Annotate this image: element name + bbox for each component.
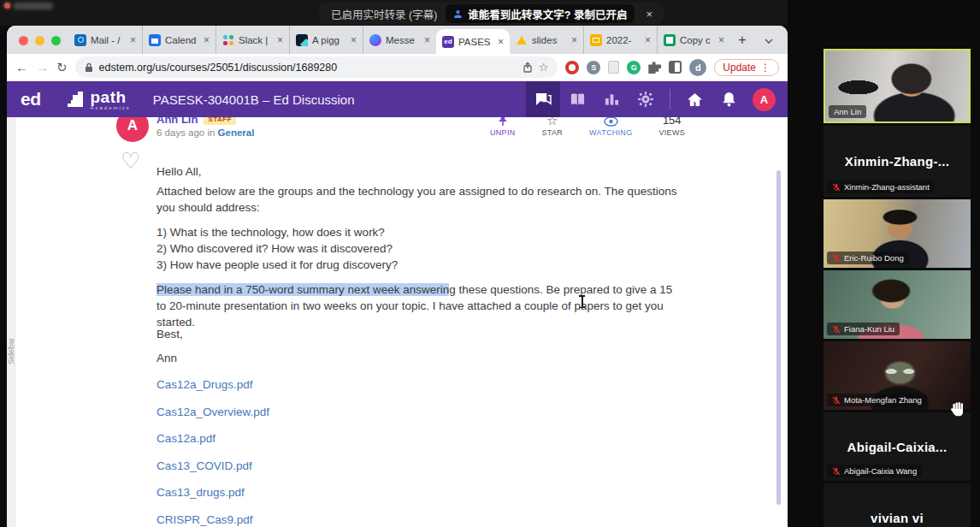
minimize-window-button[interactable] (35, 36, 44, 45)
close-icon[interactable]: × (498, 36, 504, 48)
participant-tile-mota[interactable]: Mota-Mengfan Zhang (824, 341, 971, 410)
tab-a-pigg[interactable]: A pigg × (289, 26, 363, 54)
like-heart-icon[interactable]: ♡ (121, 150, 140, 172)
participant-strip: Ann Lin Xinmin-Zhang-... Xinmin-Zhang-as… (788, 0, 980, 527)
participant-tile-vivian[interactable]: vivian vi (824, 483, 971, 527)
lessons-book-icon[interactable] (560, 81, 594, 117)
zoom-menu-text (14, 3, 53, 9)
participant-tile-xinmin[interactable]: Xinmin-Zhang-... Xinmin-Zhang-assistant (824, 126, 971, 197)
collapsed-sidebar[interactable]: Sidebar (7, 117, 15, 527)
home-icon[interactable] (677, 81, 711, 117)
grammarly-icon[interactable]: G (627, 61, 641, 74)
tab-mail[interactable]: Mail - / × (68, 26, 142, 54)
address-bar[interactable]: edstem.org/us/courses/25051/discussion/1… (75, 56, 558, 78)
tab-2022[interactable]: 2022- × (583, 26, 657, 54)
messenger-icon (369, 34, 381, 46)
tab-search-chevron-icon[interactable] (764, 33, 774, 48)
analytics-chart-icon[interactable] (594, 81, 629, 117)
discussion-icon[interactable] (526, 81, 560, 117)
participant-tile-eric[interactable]: Eric-Ruibo Dong (824, 199, 971, 268)
attachment-link[interactable]: Cas13_drugs.pdf (156, 484, 680, 500)
close-window-button[interactable] (19, 36, 28, 45)
notifications-bell-icon[interactable] (711, 81, 746, 117)
post-meta: 6 days ago in General (156, 127, 254, 138)
profile-avatar[interactable]: d (689, 59, 706, 76)
tab-copy-sheet[interactable]: Copy c × (657, 26, 730, 54)
name-label: Abigail-Caixia Wang (827, 465, 922, 477)
participant-tile-abigail[interactable]: Abigail-Caixia... Abigail-Caixia Wang (824, 412, 971, 481)
muted-mic-icon (832, 325, 841, 334)
question-list: 1) What is the technology, how does it w… (156, 224, 680, 273)
bookmark-star-icon[interactable]: ☆ (539, 61, 549, 74)
divider (670, 89, 670, 110)
discussion-post: Sidebar A Ann Lin STAFF 6 days ago in Ge… (7, 117, 788, 527)
greeting-text: Hello All, (156, 163, 680, 180)
name-label: Ann Lin (829, 105, 866, 118)
close-icon[interactable]: × (424, 34, 430, 46)
close-icon[interactable]: × (643, 8, 655, 21)
category-link[interactable]: General (218, 127, 255, 138)
ed-logo[interactable]: ed (21, 89, 41, 110)
attachment-link[interactable]: Cas12a.pdf (156, 430, 680, 447)
course-title: PASESK-304001B – Ed Discussion (153, 92, 355, 107)
closing-text: Best, (156, 326, 680, 342)
back-icon[interactable]: ← (15, 61, 28, 74)
close-icon[interactable]: × (645, 34, 651, 46)
attachment-link[interactable]: Cas13_COVID.pdf (156, 458, 680, 474)
new-tab-button[interactable]: + (730, 26, 754, 54)
close-icon[interactable]: × (130, 34, 136, 46)
tab-slack[interactable]: Slack | × (215, 26, 289, 54)
attachment-links: Cas12a_Drugs.pdf Cas12a_Overview.pdf Cas… (156, 376, 680, 527)
site-icon (296, 34, 308, 46)
path-academics-logo[interactable]: path Academics (65, 89, 131, 110)
selected-text: Please hand in a 750-word summary next w… (156, 283, 449, 296)
close-icon[interactable]: × (204, 34, 210, 46)
participant-tile-fiana[interactable]: Fiana-Kun Liu (824, 270, 971, 339)
name-label: Mota-Mengfan Zhang (827, 394, 927, 406)
participant-tile-ann-lin[interactable]: Ann Lin (824, 49, 971, 123)
caption-message-text: 谁能看到此转录文字? 录制已开启 (468, 6, 627, 22)
calendar-icon (149, 34, 161, 46)
close-icon[interactable]: × (351, 34, 357, 46)
zoom-window-button[interactable] (51, 36, 61, 45)
name-label: Xinmin-Zhang-assistant (827, 181, 935, 193)
window-controls[interactable] (19, 36, 61, 45)
close-icon[interactable]: × (718, 34, 724, 46)
person-icon (453, 9, 463, 19)
tab-calendar[interactable]: Calend × (142, 26, 215, 54)
update-button[interactable]: Update ⋮ (714, 59, 779, 76)
sidebar-label: Sidebar (7, 338, 15, 364)
extension-halftone-icon[interactable] (669, 61, 682, 74)
close-icon[interactable]: × (571, 34, 577, 46)
user-avatar[interactable]: A (753, 88, 776, 111)
attachment-link[interactable]: Cas12a_Overview.pdf (156, 404, 680, 420)
tab-ed-discussion-active[interactable]: ed PASES × (436, 29, 510, 54)
intro-text: Attached below are the groups and the te… (156, 183, 680, 216)
recording-indicator-icon (4, 3, 10, 9)
instructions-paragraph: Please hand in a 750-word summary next w… (156, 281, 680, 330)
extension-page-icon[interactable] (608, 61, 619, 74)
raised-hand-icon (950, 400, 966, 420)
attachment-link[interactable]: CRISPR_Cas9.pdf (156, 512, 680, 527)
stairs-icon (65, 89, 86, 110)
google-drive-icon (516, 34, 528, 46)
forward-icon[interactable]: → (36, 61, 49, 74)
ed-nav-icons: A (526, 81, 788, 117)
extensions-puzzle-icon[interactable] (648, 61, 661, 74)
share-icon[interactable] (522, 62, 533, 74)
close-icon[interactable]: × (277, 34, 283, 46)
menu-dots-icon[interactable]: ⋮ (760, 62, 770, 74)
muted-mic-icon (832, 396, 841, 405)
attachment-link[interactable]: Cas12a_Drugs.pdf (156, 376, 680, 393)
slack-icon (222, 34, 234, 46)
muted-mic-icon (832, 467, 841, 476)
tab-messenger[interactable]: Messe × (363, 26, 436, 54)
question-1: 1) What is the technology, how does it w… (156, 224, 680, 240)
tab-slides-drive[interactable]: slides × (510, 26, 583, 54)
reload-icon[interactable]: ↻ (56, 61, 68, 74)
signature-text: Ann (156, 350, 680, 366)
extension-red-icon[interactable] (565, 61, 579, 74)
gear-icon[interactable] (629, 81, 663, 117)
extension-s-icon[interactable]: S (587, 61, 600, 74)
page-scrollbar[interactable] (776, 170, 781, 505)
